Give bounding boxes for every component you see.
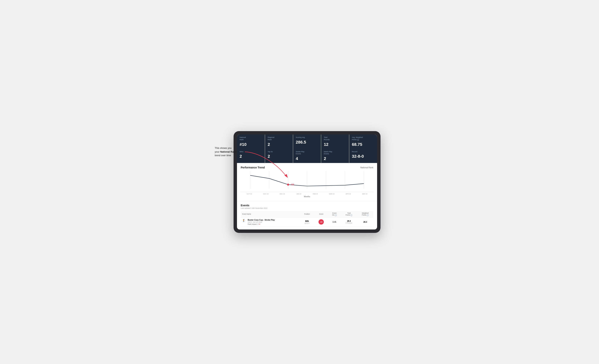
stats-row-2: Wins 2 Top 3s 2 Stroke PlayEvents 4 Matc… — [237, 149, 377, 163]
col-weighted-points: WeightedPoints i — [357, 211, 373, 217]
stat-regional-rank: RegionalRank 2 — [265, 134, 293, 149]
event-rank-impact: Rank Impact: 3 ▼ — [248, 223, 275, 225]
chart-section: Performance Trend National Rank — [237, 163, 377, 201]
chart-label-feb24: FEB 24 — [307, 193, 324, 195]
chart-label-may24: MAY 24 — [357, 193, 373, 195]
stat-top3s: Top 3s 2 — [265, 149, 293, 163]
events-section: Events Last updated: 24th November 2023 … — [237, 201, 377, 230]
event-position: 6th out of 7 — [300, 217, 314, 227]
annotation-bold: National Rank — [220, 150, 237, 153]
chart-label-mar24: MAR 24 — [324, 193, 340, 195]
event-weighted-points: 28.3 — [357, 217, 373, 227]
chart-label-nov23: NOV 23 — [258, 193, 274, 195]
events-title: Events — [241, 204, 373, 207]
chart-header: Performance Trend National Rank — [241, 166, 373, 169]
chart-label-apr24: APR 24 — [340, 193, 357, 195]
events-table: Event Name Position Score EventSG i Tota… — [241, 211, 373, 227]
annotation: This shows you your National Rank trend … — [215, 146, 245, 157]
table-row: 🏌 Buster Cozy Cup - Stroke Play Oct 9 - … — [241, 217, 373, 227]
chart-legend: National Rank — [360, 166, 373, 169]
annotation-text2: your — [215, 150, 220, 153]
svg-text:#10: #10 — [291, 184, 294, 186]
col-event-name: Event Name — [241, 211, 300, 217]
chart-title: Performance Trend — [241, 166, 265, 169]
chart-x-labels: OCT 23 NOV 23 DEC 23 JAN 24 FEB 24 MAR 2… — [241, 193, 373, 195]
stat-scoring-avg: Scoring Avg. 286.5 — [293, 134, 321, 149]
chart-label-dec23: DEC 23 — [274, 193, 291, 195]
event-date: Oct 9 - Oct 10, 2023 — [248, 221, 275, 223]
events-table-body: 🏌 Buster Cozy Cup - Stroke Play Oct 9 - … — [241, 217, 373, 227]
chart-area: #10 — [241, 171, 373, 192]
stat-match-play-events: Match PlayEvents 2 — [321, 149, 349, 163]
chart-label-jan24: JAN 24 — [291, 193, 307, 195]
event-score-cell: -22 — [314, 217, 328, 227]
score-badge: -22 — [318, 219, 324, 225]
stat-record: Record 32-8-0 — [349, 149, 377, 163]
col-position: Position — [300, 211, 314, 217]
stat-stroke-play-events: Stroke PlayEvents 4 — [293, 149, 321, 163]
chart-svg: #10 — [241, 171, 373, 192]
annotation-text4: trend over time — [215, 154, 231, 157]
event-golf-icon: 🏌 — [242, 219, 246, 222]
tablet-screen: NationalRank #10 RegionalRank 2 Scoring … — [237, 134, 377, 230]
col-score: Score — [314, 211, 328, 217]
annotation-text1: This shows you — [215, 147, 232, 149]
event-name: Buster Cozy Cup - Stroke Play — [248, 219, 275, 221]
event-sg: 0.45 — [328, 217, 341, 227]
svg-point-8 — [287, 184, 289, 186]
stat-total-rounds: TotalRounds 12 — [321, 134, 349, 149]
events-table-header: Event Name Position Score EventSG i Tota… — [241, 211, 373, 217]
chart-label-oct23: OCT 23 — [241, 193, 258, 195]
chart-x-axis-label: Months — [241, 195, 373, 198]
stats-row-1: NationalRank #10 RegionalRank 2 Scoring … — [237, 134, 377, 149]
event-name-cell: 🏌 Buster Cozy Cup - Stroke Play Oct 9 - … — [241, 217, 300, 227]
col-event-sg: EventSG i — [328, 211, 341, 217]
tablet-device: NationalRank #10 RegionalRank 2 Scoring … — [234, 131, 380, 233]
rank-impact-arrow: ▼ — [259, 223, 261, 225]
events-subtitle: Last updated: 24th November 2023 — [241, 207, 373, 209]
stat-avg-weighted-points: Avg. WeightedPoints i 68.75 — [349, 134, 377, 149]
event-total-points: 28.3 3 Rounds — [341, 217, 357, 227]
col-total-points: TotalPoints i — [341, 211, 357, 217]
